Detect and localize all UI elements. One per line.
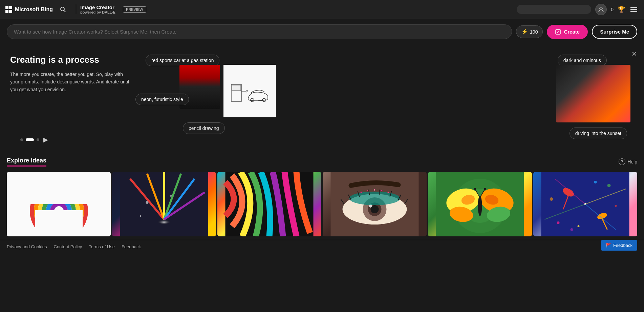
image-creator-subtitle: powered by DALL·E (80, 10, 115, 14)
butterfly-svg (428, 172, 532, 236)
grid-item-pencil-explosion[interactable] (112, 172, 216, 236)
terms-of-use-link[interactable]: Terms of Use (89, 244, 115, 249)
carousel-next-icon: ▶ (43, 136, 48, 143)
grid-item-eye[interactable] (323, 172, 427, 236)
main-search-input[interactable] (7, 24, 512, 39)
pencil-explosion-svg (112, 172, 216, 236)
carousel-dot-3[interactable] (37, 138, 39, 141)
carousel-dots: ▶ (10, 136, 634, 143)
tutorial-title: Creating is a process (10, 55, 132, 65)
footer: Privacy and Cookies Content Policy Terms… (0, 240, 644, 253)
carousel-dot-2[interactable] (26, 138, 34, 141)
svg-point-6 (600, 7, 602, 10)
svg-point-50 (367, 190, 368, 191)
carousel-dot-1[interactable] (20, 138, 23, 141)
paint-splash-svg (533, 172, 637, 236)
svg-point-12 (251, 98, 254, 102)
explore-section: Explore ideas ? Help (0, 150, 644, 240)
feedback-corner-button[interactable]: 🚩 Feedback (601, 240, 637, 251)
ribbons-svg (217, 172, 321, 236)
rainbow-svg (28, 177, 89, 231)
svg-rect-2 (5, 10, 8, 13)
search-icon-button[interactable] (57, 3, 69, 16)
svg-line-5 (64, 10, 66, 12)
header-search-input[interactable] (517, 5, 591, 14)
prompt-bubble-neon[interactable]: neon, futuristic style (135, 94, 189, 105)
svg-point-67 (484, 188, 486, 190)
svg-point-52 (381, 190, 382, 191)
svg-rect-1 (9, 6, 12, 9)
content-policy-link[interactable]: Content Policy (54, 244, 82, 249)
svg-point-53 (388, 192, 389, 193)
help-circle-icon: ? (619, 158, 625, 165)
svg-point-30 (170, 195, 172, 197)
explore-header: Explore ideas ? Help (7, 157, 637, 167)
grid-item-paint-splash[interactable] (533, 172, 637, 236)
svg-point-51 (374, 189, 375, 191)
explore-title: Explore ideas (7, 157, 46, 167)
svg-point-31 (140, 215, 141, 217)
tutorial-thumb-2 (223, 65, 276, 117)
grid-item-rainbow[interactable] (7, 172, 111, 236)
svg-rect-21 (35, 210, 83, 231)
prompt-bubble-sunset[interactable]: driving into the sunset (570, 128, 627, 139)
image-creator-label: Image Creator powered by DALL·E (76, 4, 115, 14)
surprise-me-button[interactable]: Surprise Me (592, 25, 637, 39)
tutorial-content: Creating is a process The more you creat… (10, 55, 634, 129)
help-label: Help (627, 159, 637, 164)
image-grid (7, 172, 637, 236)
prompt-bubble-dark[interactable]: dark and ominous (558, 55, 607, 66)
coins-count: 0 (611, 7, 614, 12)
search-row: ⚡ 100 Create Surprise Me (0, 19, 644, 44)
svg-point-74 (557, 221, 560, 224)
svg-point-40 (349, 192, 400, 205)
rainbow-image (7, 172, 111, 236)
svg-point-66 (474, 188, 476, 190)
brand-name: Microsoft Bing (15, 6, 53, 13)
coins-pill: ⚡ 100 (516, 25, 543, 38)
car-sketch-svg (228, 78, 272, 105)
tutorial-section: ✕ Creating is a process The more you cre… (0, 44, 644, 150)
svg-point-77 (594, 181, 597, 183)
svg-point-78 (615, 205, 617, 207)
carousel-next-button[interactable]: ▶ (43, 136, 48, 143)
feedback-corner-label: Feedback (613, 243, 632, 248)
svg-rect-9 (232, 85, 241, 91)
sketch-car (223, 65, 276, 117)
create-label: Create (564, 29, 580, 35)
svg-point-61 (478, 196, 482, 216)
help-button[interactable]: ? Help (619, 158, 637, 165)
header-left: Microsoft Bing Image Creator powered by … (5, 3, 146, 16)
svg-point-79 (550, 197, 553, 201)
grid-item-butterfly[interactable] (428, 172, 532, 236)
tutorial-text: Creating is a process The more you creat… (10, 55, 132, 93)
privacy-cookies-link[interactable]: Privacy and Cookies (7, 244, 47, 249)
create-button[interactable]: Create (547, 25, 588, 39)
svg-point-76 (578, 225, 580, 227)
svg-rect-0 (5, 6, 8, 9)
trophy-icon: 🏆 (618, 6, 625, 13)
user-avatar[interactable] (595, 4, 607, 15)
svg-point-80 (571, 228, 573, 231)
image-creator-title: Image Creator (80, 4, 115, 10)
bing-logo: Microsoft Bing (5, 6, 53, 13)
windows-icon (5, 6, 12, 13)
svg-rect-3 (9, 10, 12, 13)
svg-point-49 (361, 192, 362, 193)
svg-point-75 (607, 184, 611, 187)
lightning-icon: ⚡ (521, 28, 528, 35)
grid-item-ribbons[interactable] (217, 172, 321, 236)
thumb3-inner (556, 65, 630, 122)
create-icon (555, 29, 561, 35)
prompt-bubble-pencil[interactable]: pencil drawing (183, 122, 225, 134)
surprise-me-label: Surprise Me (600, 29, 629, 35)
feedback-link[interactable]: Feedback (122, 244, 141, 249)
tutorial-visual: red sports car at a gas station neon, fu… (146, 55, 634, 129)
header: Microsoft Bing Image Creator powered by … (0, 0, 644, 19)
menu-button[interactable] (629, 6, 639, 13)
tutorial-description: The more you create, the better you get.… (10, 71, 132, 93)
prompt-bubble-main[interactable]: red sports car at a gas station (146, 55, 219, 66)
svg-point-29 (146, 201, 149, 204)
preview-badge: PREVIEW (123, 6, 146, 13)
search-icon (60, 6, 66, 13)
